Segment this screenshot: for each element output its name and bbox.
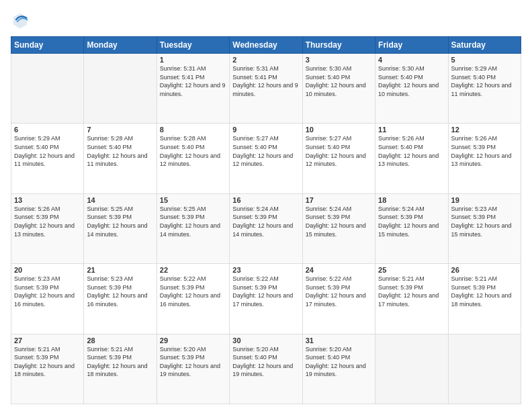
day-number: 8 bbox=[160, 126, 226, 134]
day-number: 31 bbox=[306, 336, 372, 345]
calendar-cell: 1Sunrise: 5:31 AMSunset: 5:41 PMDaylight… bbox=[157, 54, 229, 124]
day-number: 22 bbox=[160, 266, 226, 274]
calendar-cell: 4Sunrise: 5:30 AMSunset: 5:40 PMDaylight… bbox=[375, 54, 448, 124]
day-number: 18 bbox=[378, 196, 445, 204]
calendar-cell: 31Sunrise: 5:20 AMSunset: 5:40 PMDayligh… bbox=[302, 334, 375, 404]
day-number: 9 bbox=[232, 126, 299, 134]
day-number: 10 bbox=[306, 126, 372, 134]
calendar-cell: 12Sunrise: 5:26 AMSunset: 5:39 PMDayligh… bbox=[448, 124, 521, 193]
calendar-cell bbox=[11, 54, 84, 124]
day-info: Sunrise: 5:23 AMSunset: 5:39 PMDaylight:… bbox=[451, 205, 512, 238]
calendar-cell: 16Sunrise: 5:24 AMSunset: 5:39 PMDayligh… bbox=[230, 193, 302, 263]
calendar-week-row: 20Sunrise: 5:23 AMSunset: 5:39 PMDayligh… bbox=[11, 264, 521, 334]
day-number: 29 bbox=[160, 336, 226, 345]
day-number: 26 bbox=[451, 266, 518, 274]
day-number: 30 bbox=[232, 336, 299, 345]
day-info: Sunrise: 5:26 AMSunset: 5:40 PMDaylight:… bbox=[378, 135, 439, 167]
day-info: Sunrise: 5:27 AMSunset: 5:40 PMDaylight:… bbox=[232, 135, 293, 167]
calendar-cell: 7Sunrise: 5:28 AMSunset: 5:40 PMDaylight… bbox=[84, 124, 157, 193]
header bbox=[11, 11, 521, 30]
day-info: Sunrise: 5:20 AMSunset: 5:40 PMDaylight:… bbox=[232, 346, 293, 378]
day-info: Sunrise: 5:29 AMSunset: 5:40 PMDaylight:… bbox=[451, 65, 512, 97]
day-number: 1 bbox=[160, 56, 226, 64]
day-info: Sunrise: 5:26 AMSunset: 5:39 PMDaylight:… bbox=[14, 205, 75, 238]
day-info: Sunrise: 5:20 AMSunset: 5:39 PMDaylight:… bbox=[160, 346, 220, 378]
day-number: 6 bbox=[14, 126, 81, 134]
day-number: 7 bbox=[87, 126, 153, 134]
calendar-cell: 19Sunrise: 5:23 AMSunset: 5:39 PMDayligh… bbox=[448, 193, 521, 263]
calendar-cell: 23Sunrise: 5:22 AMSunset: 5:39 PMDayligh… bbox=[230, 264, 302, 334]
calendar-cell: 27Sunrise: 5:21 AMSunset: 5:39 PMDayligh… bbox=[11, 334, 84, 404]
logo-icon bbox=[11, 11, 30, 30]
day-number: 2 bbox=[232, 56, 299, 64]
calendar-cell: 13Sunrise: 5:26 AMSunset: 5:39 PMDayligh… bbox=[11, 193, 84, 263]
calendar-cell: 26Sunrise: 5:21 AMSunset: 5:39 PMDayligh… bbox=[448, 264, 521, 334]
calendar-cell: 9Sunrise: 5:27 AMSunset: 5:40 PMDaylight… bbox=[230, 124, 302, 193]
day-number: 11 bbox=[378, 126, 445, 134]
day-number: 24 bbox=[306, 266, 372, 274]
calendar-cell bbox=[84, 54, 157, 124]
day-number: 17 bbox=[306, 196, 372, 204]
calendar-week-row: 1Sunrise: 5:31 AMSunset: 5:41 PMDaylight… bbox=[11, 54, 521, 124]
day-info: Sunrise: 5:22 AMSunset: 5:39 PMDaylight:… bbox=[232, 275, 293, 308]
weekday-header-saturday: Saturday bbox=[448, 37, 521, 54]
day-info: Sunrise: 5:29 AMSunset: 5:40 PMDaylight:… bbox=[14, 135, 75, 167]
day-number: 16 bbox=[232, 196, 299, 204]
calendar-week-row: 13Sunrise: 5:26 AMSunset: 5:39 PMDayligh… bbox=[11, 193, 521, 263]
day-info: Sunrise: 5:23 AMSunset: 5:39 PMDaylight:… bbox=[14, 275, 75, 308]
calendar-week-row: 6Sunrise: 5:29 AMSunset: 5:40 PMDaylight… bbox=[11, 124, 521, 193]
day-info: Sunrise: 5:21 AMSunset: 5:39 PMDaylight:… bbox=[14, 346, 75, 378]
day-info: Sunrise: 5:21 AMSunset: 5:39 PMDaylight:… bbox=[378, 275, 439, 308]
day-info: Sunrise: 5:24 AMSunset: 5:39 PMDaylight:… bbox=[232, 205, 293, 238]
calendar-cell: 17Sunrise: 5:24 AMSunset: 5:39 PMDayligh… bbox=[302, 193, 375, 263]
calendar-cell: 20Sunrise: 5:23 AMSunset: 5:39 PMDayligh… bbox=[11, 264, 84, 334]
calendar-cell: 29Sunrise: 5:20 AMSunset: 5:39 PMDayligh… bbox=[157, 334, 229, 404]
day-number: 20 bbox=[14, 266, 81, 274]
calendar-cell: 25Sunrise: 5:21 AMSunset: 5:39 PMDayligh… bbox=[375, 264, 448, 334]
day-info: Sunrise: 5:26 AMSunset: 5:39 PMDaylight:… bbox=[451, 135, 512, 167]
day-number: 23 bbox=[232, 266, 299, 274]
calendar-cell: 22Sunrise: 5:22 AMSunset: 5:39 PMDayligh… bbox=[157, 264, 229, 334]
day-info: Sunrise: 5:31 AMSunset: 5:41 PMDaylight:… bbox=[232, 65, 298, 97]
day-info: Sunrise: 5:25 AMSunset: 5:39 PMDaylight:… bbox=[87, 205, 147, 238]
weekday-header-wednesday: Wednesday bbox=[230, 37, 302, 54]
weekday-header-sunday: Sunday bbox=[11, 37, 84, 54]
day-number: 12 bbox=[451, 126, 518, 134]
day-number: 14 bbox=[87, 196, 153, 204]
day-number: 28 bbox=[87, 336, 153, 345]
day-info: Sunrise: 5:21 AMSunset: 5:39 PMDaylight:… bbox=[451, 275, 512, 308]
calendar-cell: 21Sunrise: 5:23 AMSunset: 5:39 PMDayligh… bbox=[84, 264, 157, 334]
calendar-cell: 2Sunrise: 5:31 AMSunset: 5:41 PMDaylight… bbox=[230, 54, 302, 124]
day-number: 5 bbox=[451, 56, 518, 64]
day-number: 4 bbox=[378, 56, 445, 64]
weekday-header-monday: Monday bbox=[84, 37, 157, 54]
day-info: Sunrise: 5:30 AMSunset: 5:40 PMDaylight:… bbox=[306, 65, 366, 97]
calendar-cell: 14Sunrise: 5:25 AMSunset: 5:39 PMDayligh… bbox=[84, 193, 157, 263]
calendar-cell: 28Sunrise: 5:21 AMSunset: 5:39 PMDayligh… bbox=[84, 334, 157, 404]
calendar-cell: 10Sunrise: 5:27 AMSunset: 5:40 PMDayligh… bbox=[302, 124, 375, 193]
calendar-cell bbox=[375, 334, 448, 404]
calendar-cell: 30Sunrise: 5:20 AMSunset: 5:40 PMDayligh… bbox=[230, 334, 302, 404]
calendar-cell: 15Sunrise: 5:25 AMSunset: 5:39 PMDayligh… bbox=[157, 193, 229, 263]
day-info: Sunrise: 5:28 AMSunset: 5:40 PMDaylight:… bbox=[160, 135, 220, 167]
day-number: 27 bbox=[14, 336, 81, 345]
calendar-cell: 6Sunrise: 5:29 AMSunset: 5:40 PMDaylight… bbox=[11, 124, 84, 193]
day-info: Sunrise: 5:31 AMSunset: 5:41 PMDaylight:… bbox=[160, 65, 226, 97]
day-info: Sunrise: 5:24 AMSunset: 5:39 PMDaylight:… bbox=[306, 205, 366, 238]
day-info: Sunrise: 5:22 AMSunset: 5:39 PMDaylight:… bbox=[306, 275, 366, 308]
day-number: 15 bbox=[160, 196, 226, 204]
calendar-week-row: 27Sunrise: 5:21 AMSunset: 5:39 PMDayligh… bbox=[11, 334, 521, 404]
day-info: Sunrise: 5:22 AMSunset: 5:39 PMDaylight:… bbox=[160, 275, 220, 308]
day-number: 3 bbox=[306, 56, 372, 64]
calendar-cell: 3Sunrise: 5:30 AMSunset: 5:40 PMDaylight… bbox=[302, 54, 375, 124]
calendar-cell bbox=[448, 334, 521, 404]
day-number: 13 bbox=[14, 196, 81, 204]
day-info: Sunrise: 5:25 AMSunset: 5:39 PMDaylight:… bbox=[160, 205, 220, 238]
calendar-cell: 24Sunrise: 5:22 AMSunset: 5:39 PMDayligh… bbox=[302, 264, 375, 334]
calendar-cell: 5Sunrise: 5:29 AMSunset: 5:40 PMDaylight… bbox=[448, 54, 521, 124]
calendar-cell: 11Sunrise: 5:26 AMSunset: 5:40 PMDayligh… bbox=[375, 124, 448, 193]
calendar-cell: 8Sunrise: 5:28 AMSunset: 5:40 PMDaylight… bbox=[157, 124, 229, 193]
day-number: 21 bbox=[87, 266, 153, 274]
calendar-cell: 18Sunrise: 5:24 AMSunset: 5:39 PMDayligh… bbox=[375, 193, 448, 263]
day-info: Sunrise: 5:21 AMSunset: 5:39 PMDaylight:… bbox=[87, 346, 147, 378]
